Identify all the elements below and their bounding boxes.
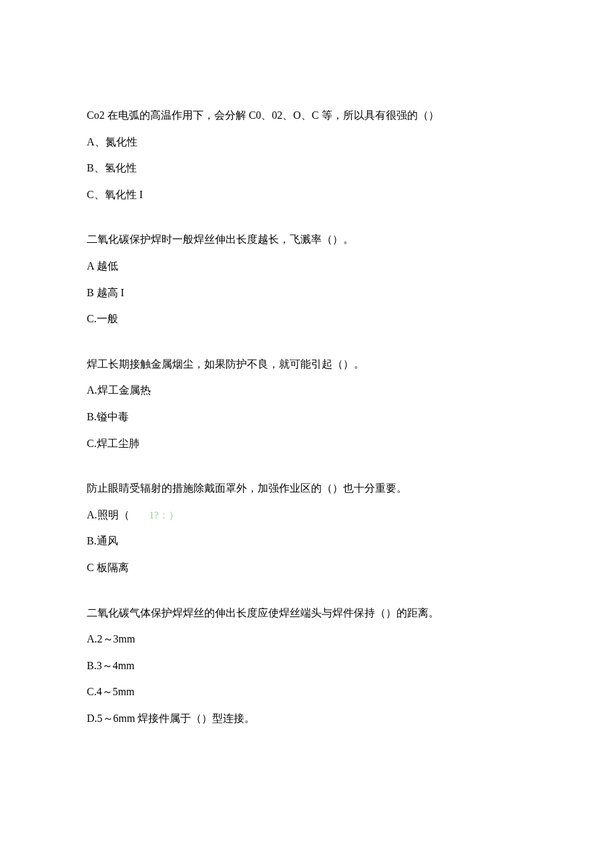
option-c: C 板隔离 — [87, 559, 527, 576]
option-d: D.5～6mm 焊接件属于（）型连接。 — [87, 710, 527, 727]
option-a: A.照明（ 1?：） — [87, 506, 527, 524]
question-block-4: 防止眼睛受辐射的措施除戴面罩外，加强作业区的（）也十分重要。 A.照明（ 1?：… — [87, 480, 527, 576]
option-label: A.照明（ — [87, 506, 129, 524]
question-text: 防止眼睛受辐射的措施除戴面罩外，加强作业区的（）也十分重要。 — [87, 480, 527, 497]
option-b: B 越高 I — [87, 284, 527, 302]
option-b: B.3～4mm — [87, 657, 527, 675]
question-block-1: Co2 在电弧的高温作用下，会分解 C0、02、O、C 等，所以具有很强的（） … — [87, 107, 527, 203]
option-b: B、氢化性 — [87, 159, 527, 177]
question-text: 二氧化碳保护焊时一般焊丝伸出长度越长，飞溅率（）。 — [87, 231, 527, 248]
question-text: 焊工长期接触金属烟尘，如果防护不良，就可能引起（）。 — [87, 356, 527, 373]
question-block-5: 二氧化碳气体保护焊焊丝的伸出长度应使焊丝端头与焊件保持（）的距离。 A.2～3m… — [87, 604, 527, 727]
option-c: C.一般 — [87, 310, 527, 328]
option-b: B.镒中毒 — [87, 408, 527, 426]
option-c: C、氧化性 I — [87, 186, 527, 203]
option-c: C.4～5mm — [87, 683, 527, 701]
option-a: A 越低 — [87, 258, 527, 275]
option-hint: 1?：） — [149, 510, 179, 520]
option-b: B.通风 — [87, 532, 527, 550]
question-block-3: 焊工长期接触金属烟尘，如果防护不良，就可能引起（）。 A.焊工金属热 B.镒中毒… — [87, 356, 527, 452]
question-text: Co2 在电弧的高温作用下，会分解 C0、02、O、C 等，所以具有很强的（） — [87, 107, 527, 124]
option-c: C.焊工尘肺 — [87, 435, 527, 452]
question-text: 二氧化碳气体保护焊焊丝的伸出长度应使焊丝端头与焊件保持（）的距离。 — [87, 604, 527, 622]
question-block-2: 二氧化碳保护焊时一般焊丝伸出长度越长，飞溅率（）。 A 越低 B 越高 I C.… — [87, 231, 527, 327]
option-a: A.2～3mm — [87, 630, 527, 648]
option-a: A.焊工金属热 — [87, 382, 527, 399]
option-a: A、氮化性 — [87, 133, 527, 151]
